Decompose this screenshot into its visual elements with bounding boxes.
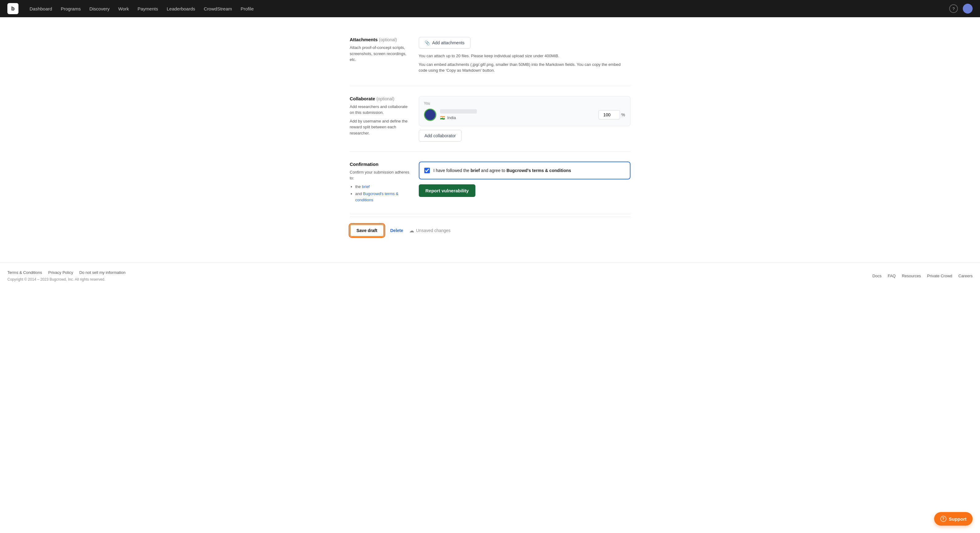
footer-docs-link[interactable]: Docs	[872, 274, 881, 278]
india-flag-icon: 🇮🇳	[440, 115, 445, 120]
nav-profile[interactable]: Profile	[240, 6, 254, 11]
nav-dashboard[interactable]: Dashboard	[30, 6, 52, 11]
footer: Terms & Conditions Privacy Policy Do not…	[0, 263, 980, 289]
attachments-optional: (optional)	[379, 37, 397, 42]
collaborate-optional: (optional)	[376, 96, 394, 101]
footer-privacy-link[interactable]: Privacy Policy	[48, 270, 73, 275]
nav-crowdstream[interactable]: CrowdStream	[204, 6, 232, 11]
footer-donotsell-link[interactable]: Do not sell my information	[80, 270, 126, 275]
cloud-icon: ☁	[409, 228, 414, 234]
percent-input[interactable]	[598, 110, 620, 119]
confirmation-label: Confirmation Confirm your submission adh…	[350, 162, 411, 204]
footer-terms-link[interactable]: Terms & Conditions	[7, 270, 42, 275]
footer-faq-link[interactable]: FAQ	[888, 274, 896, 278]
attachments-description: Attach proof-of-concept scripts, screens…	[350, 45, 411, 63]
help-icon[interactable]: ?	[949, 4, 958, 13]
user-avatar[interactable]	[963, 4, 973, 14]
attachments-title: Attachments (optional)	[350, 37, 411, 42]
collaborate-box: You 🇮🇳 India %	[419, 96, 630, 126]
footer-resources-link[interactable]: Resources	[902, 274, 921, 278]
confirm-list-item-2: and Bugcrowd's terms & conditions	[355, 191, 411, 203]
paperclip-icon: 📎	[425, 40, 430, 45]
footer-left: Terms & Conditions Privacy Policy Do not…	[7, 270, 869, 282]
footer-private-crowd-link[interactable]: Private Crowd	[927, 274, 952, 278]
attachments-section: Attachments (optional) Attach proof-of-c…	[350, 27, 630, 86]
collaborate-desc1: Add researchers and collaborate on this …	[350, 104, 411, 116]
attachments-content: 📎 Add attachments You can attach up to 2…	[419, 37, 630, 76]
confirmation-section: Confirmation Confirm your submission adh…	[350, 152, 630, 215]
collab-country: 🇮🇳 India	[440, 115, 595, 120]
collaborate-desc2: Add by username and define the reward sp…	[350, 118, 411, 136]
nav-payments[interactable]: Payments	[138, 6, 158, 11]
navbar: b Dashboard Programs Discovery Work Paym…	[0, 0, 980, 17]
navbar-right: ?	[949, 4, 973, 14]
attachments-label: Attachments (optional) Attach proof-of-c…	[350, 37, 411, 76]
nav-discovery[interactable]: Discovery	[89, 6, 110, 11]
footer-copyright: Copyright © 2014 – 2023 Bugcrowd, Inc. A…	[7, 277, 869, 282]
collab-percent: %	[598, 110, 625, 119]
collab-row: 🇮🇳 India %	[424, 109, 625, 121]
attach-info-1: You can attach up to 20 files. Please ke…	[419, 53, 630, 59]
collab-user-info: 🇮🇳 India	[440, 109, 595, 120]
nav-work[interactable]: Work	[118, 6, 129, 11]
confirm-checkbox-row: I have followed the brief and agree to B…	[419, 162, 630, 180]
brief-link[interactable]: brief	[362, 185, 369, 189]
confirmation-desc: Confirm your submission adheres to:	[350, 169, 411, 181]
you-label: You	[424, 101, 625, 105]
confirmation-title: Confirmation	[350, 162, 411, 167]
add-attachments-button[interactable]: 📎 Add attachments	[419, 37, 471, 49]
unsaved-indicator: ☁ Unsaved changes	[409, 228, 450, 234]
main-content: Attachments (optional) Attach proof-of-c…	[342, 17, 638, 263]
collaborate-section: Collaborate (optional) Add researchers a…	[350, 86, 630, 152]
confirm-list-item-1: the brief	[355, 184, 411, 190]
confirm-checkbox-text: I have followed the brief and agree to B…	[434, 167, 571, 174]
footer-right: Docs FAQ Resources Private Crowd Careers	[872, 274, 973, 278]
attach-info-2: You can embed attachments (.jpg/.gif/.pn…	[419, 62, 630, 73]
collaborator-avatar	[424, 109, 436, 121]
bottom-actions: Save draft Delete ☁ Unsaved changes	[350, 216, 630, 244]
collab-username-bar	[440, 109, 477, 113]
terms-link[interactable]: Bugcrowd's terms & conditions	[355, 191, 399, 202]
confirmation-list: the brief and Bugcrowd's terms & conditi…	[350, 184, 411, 203]
delete-button[interactable]: Delete	[390, 228, 403, 233]
nav-programs[interactable]: Programs	[60, 6, 81, 11]
footer-careers-link[interactable]: Careers	[958, 274, 973, 278]
report-vulnerability-button[interactable]: Report vulnerability	[419, 185, 476, 197]
confirmation-content: I have followed the brief and agree to B…	[419, 162, 630, 204]
nav-leaderboards[interactable]: Leaderboards	[167, 6, 196, 11]
percent-symbol: %	[621, 112, 625, 117]
collaborate-content: You 🇮🇳 India % Add c	[419, 96, 630, 142]
add-collaborator-button[interactable]: Add collaborator	[419, 130, 462, 142]
footer-links: Terms & Conditions Privacy Policy Do not…	[7, 270, 869, 275]
collaborate-label: Collaborate (optional) Add researchers a…	[350, 96, 411, 142]
navbar-logo[interactable]: b	[7, 3, 19, 14]
save-draft-button[interactable]: Save draft	[350, 224, 384, 237]
unsaved-text: Unsaved changes	[416, 228, 450, 233]
terms-checkbox[interactable]	[424, 168, 430, 173]
collaborate-title: Collaborate (optional)	[350, 96, 411, 101]
